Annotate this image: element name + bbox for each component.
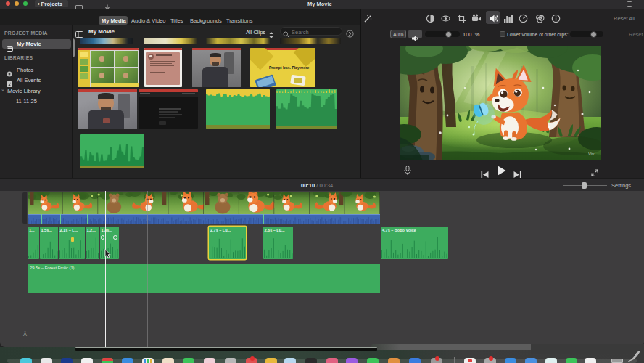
svg-text:Viv: Viv	[588, 152, 594, 156]
